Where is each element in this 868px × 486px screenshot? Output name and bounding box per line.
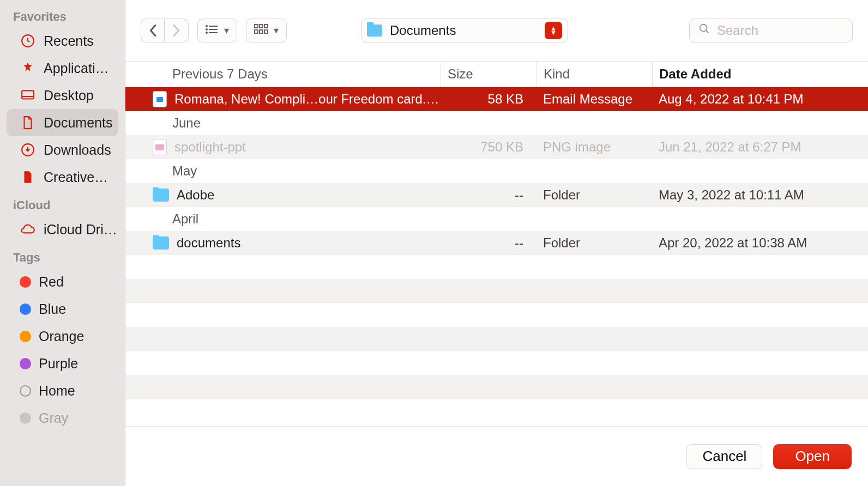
file-size: --	[441, 235, 537, 251]
download-icon	[20, 142, 36, 158]
chevron-down-icon: ▾	[274, 25, 279, 37]
svg-rect-13	[255, 30, 258, 33]
sidebar: Favorites Recents Applicati… Desktop Doc…	[0, 0, 125, 486]
png-icon	[153, 139, 167, 155]
svg-rect-14	[260, 30, 263, 33]
empty-row	[125, 255, 868, 279]
svg-point-7	[206, 26, 207, 27]
sidebar-section-favorites: Favorites	[0, 10, 125, 27]
search-icon	[698, 23, 710, 38]
file-size: --	[441, 187, 537, 203]
tag-dot-icon	[20, 276, 31, 288]
file-kind: Folder	[537, 187, 652, 203]
sidebar-item-label: Orange	[39, 329, 84, 344]
svg-point-9	[206, 32, 207, 33]
file-name: Romana, New! Compli…our Freedom card.eml	[174, 92, 441, 107]
sidebar-item-documents[interactable]: Documents	[7, 109, 118, 136]
svg-line-17	[706, 31, 709, 33]
sidebar-tag-red[interactable]: Red	[7, 268, 118, 295]
group-by-button[interactable]: ▾	[246, 19, 287, 42]
file-date: Apr 20, 2022 at 10:38 AM	[652, 235, 868, 251]
sidebar-tag-purple[interactable]: Purple	[7, 350, 118, 377]
tag-dot-icon	[20, 331, 31, 342]
location-label: Documents	[390, 23, 456, 38]
empty-row	[125, 327, 868, 351]
sidebar-tag-gray[interactable]: Gray	[7, 404, 118, 432]
forward-button[interactable]	[165, 19, 189, 42]
svg-rect-11	[260, 25, 263, 28]
sidebar-item-icloud-drive[interactable]: iCloud Dri…	[7, 216, 118, 243]
tag-dot-icon	[20, 385, 31, 397]
empty-row	[125, 351, 868, 375]
search-field[interactable]	[689, 19, 853, 42]
empty-row	[125, 303, 868, 327]
sidebar-item-label: Documents	[44, 115, 112, 131]
svg-point-16	[700, 25, 707, 32]
tag-dot-icon	[20, 412, 31, 424]
sidebar-item-label: Creative…	[44, 169, 108, 185]
tag-dot-icon	[20, 358, 31, 369]
svg-rect-12	[264, 25, 268, 28]
sidebar-item-label: Red	[39, 274, 64, 290]
main-panel: ▾ ▾ Documents ▲▼	[125, 0, 868, 486]
column-header-size[interactable]: Size	[441, 62, 537, 87]
cancel-button[interactable]: Cancel	[686, 444, 762, 469]
sidebar-item-recents[interactable]: Recents	[7, 27, 118, 54]
open-button[interactable]: Open	[773, 444, 852, 469]
sidebar-item-desktop[interactable]: Desktop	[7, 82, 118, 109]
clock-icon	[20, 33, 36, 49]
dialog-footer: Cancel Open	[125, 426, 868, 486]
file-kind: Folder	[537, 235, 652, 251]
svg-rect-1	[22, 90, 34, 99]
sidebar-item-label: Gray	[39, 410, 68, 426]
column-header-name[interactable]: Previous 7 Days	[125, 62, 441, 87]
chevron-down-icon: ▾	[224, 25, 229, 37]
file-name: Adobe	[177, 187, 214, 203]
file-size: 750 KB	[441, 139, 537, 155]
sidebar-item-label: iCloud Dri…	[44, 222, 117, 238]
sidebar-item-label: Desktop	[44, 88, 94, 104]
file-size: 58 KB	[441, 92, 537, 107]
sidebar-tag-home[interactable]: Home	[7, 377, 118, 404]
column-header-date[interactable]: Date Added	[652, 62, 868, 87]
empty-row	[125, 375, 868, 399]
sidebar-section-icloud: iCloud	[0, 198, 125, 216]
group-header: June	[125, 111, 868, 135]
file-row[interactable]: Adobe -- Folder May 3, 2022 at 10:11 AM	[125, 183, 868, 207]
file-name: spotlight-ppt	[174, 139, 246, 155]
list-icon	[206, 23, 219, 38]
group-header: April	[125, 207, 868, 231]
sidebar-item-label: Home	[39, 383, 75, 399]
file-date: May 3, 2022 at 10:11 AM	[652, 187, 868, 203]
grid-icon	[254, 23, 268, 38]
location-popup[interactable]: Documents ▲▼	[361, 19, 568, 42]
sidebar-item-applications[interactable]: Applicati…	[7, 54, 118, 82]
folder-icon	[367, 25, 382, 37]
file-row[interactable]: Romana, New! Compli…our Freedom card.eml…	[125, 87, 868, 111]
back-button[interactable]	[141, 19, 165, 42]
desktop-icon	[20, 87, 36, 104]
sidebar-item-label: Downloads	[44, 142, 111, 158]
view-list-button[interactable]: ▾	[197, 19, 237, 42]
sidebar-tag-blue[interactable]: Blue	[7, 295, 118, 323]
sidebar-item-creative[interactable]: Creative…	[7, 163, 118, 191]
search-input[interactable]	[717, 23, 843, 38]
sidebar-item-label: Applicati…	[44, 60, 109, 76]
applications-icon	[20, 60, 36, 76]
file-row[interactable]: spotlight-ppt 750 KB PNG image Jun 21, 2…	[125, 135, 868, 159]
sidebar-item-label: Purple	[39, 356, 78, 372]
sidebar-tag-orange[interactable]: Orange	[7, 323, 118, 350]
folder-icon	[153, 236, 169, 250]
sidebar-item-label: Recents	[44, 33, 94, 49]
file-date: Aug 4, 2022 at 10:41 PM	[652, 92, 868, 107]
folder-icon	[153, 189, 169, 202]
group-header: May	[125, 159, 868, 183]
svg-rect-15	[264, 30, 268, 33]
sidebar-section-tags: Tags	[0, 251, 125, 268]
sidebar-item-downloads[interactable]: Downloads	[7, 136, 118, 163]
column-header-kind[interactable]: Kind	[537, 62, 652, 87]
svg-rect-10	[255, 25, 258, 28]
file-list[interactable]: Romana, New! Compli…our Freedom card.eml…	[125, 87, 868, 426]
document-icon	[20, 114, 36, 131]
file-row[interactable]: documents -- Folder Apr 20, 2022 at 10:3…	[125, 231, 868, 255]
